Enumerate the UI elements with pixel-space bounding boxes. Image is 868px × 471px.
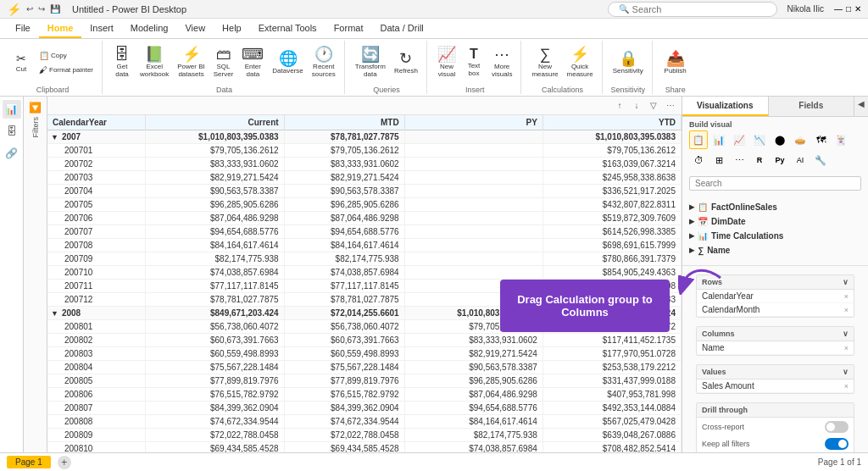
field-group-timecalc-header[interactable]: ▶ 📊 Time Calculations	[689, 230, 861, 242]
sort-desc-icon[interactable]: ↓	[629, 98, 644, 114]
columns-zone-section: Columns ∨ Name ×	[682, 321, 868, 356]
tab-home[interactable]: Home	[39, 19, 82, 38]
tab-insert[interactable]: Insert	[81, 19, 122, 38]
values-item-salesamount[interactable]: Sales Amount ×	[697, 380, 854, 393]
keep-filters-label: Keep all filters	[702, 440, 750, 448]
transform-data-button[interactable]: 🔄 Transformdata	[352, 45, 389, 80]
rows-item-calendaryear-remove[interactable]: ×	[844, 292, 849, 301]
rows-expand-icon[interactable]: ∨	[843, 278, 849, 286]
maximize-btn[interactable]: □	[846, 4, 851, 14]
new-visual-button[interactable]: 📈 Newvisual	[434, 45, 459, 80]
columns-expand-icon[interactable]: ∨	[843, 330, 849, 338]
enter-data-icon: ⌨	[242, 47, 264, 62]
tab-view[interactable]: View	[176, 19, 214, 38]
page-1-tab[interactable]: Page 1	[7, 456, 51, 468]
refresh-button[interactable]: ↻ Refresh	[391, 49, 421, 76]
viz-r-btn[interactable]: R	[750, 151, 769, 169]
tab-file[interactable]: File	[7, 19, 39, 38]
viz-map-btn[interactable]: 🗺	[811, 130, 830, 149]
cell-current: $72,022,788.0458	[146, 429, 284, 442]
minimize-btn[interactable]: —	[834, 4, 843, 14]
viz-gauge-btn[interactable]: ⏱	[689, 151, 708, 169]
chevron-icon: ▶	[689, 203, 694, 211]
tab-help[interactable]: Help	[214, 19, 250, 38]
ribbon-tabs: File Home Insert Modeling View Help Exte…	[0, 19, 868, 39]
viz-more-btn[interactable]: ⋯	[730, 151, 748, 169]
sort-asc-icon[interactable]: ↑	[612, 98, 627, 114]
cell-mtd: $69,434,585.4528	[284, 442, 404, 453]
cell-py	[404, 171, 542, 185]
more-options-icon[interactable]: ⋯	[663, 98, 678, 114]
table-row: 200706 $87,064,486.9298 $87,064,486.9298…	[47, 212, 682, 225]
panel-collapse-button[interactable]: ◀	[854, 97, 868, 110]
publish-button[interactable]: 📤 Publish	[661, 49, 690, 76]
tab-modeling[interactable]: Modeling	[122, 19, 177, 38]
sql-button[interactable]: 🗃 SQLServer	[210, 45, 237, 80]
close-btn[interactable]: ✕	[854, 4, 861, 14]
columns-item-name[interactable]: Name ×	[697, 341, 854, 355]
cut-button[interactable]: ✂ Cut	[8, 51, 34, 75]
cross-report-toggle[interactable]	[825, 421, 849, 433]
tab-data-drill[interactable]: Data / Drill	[371, 19, 431, 38]
cell-current: $74,672,334.9544	[146, 415, 284, 429]
powerbi-datasets-button[interactable]: ⚡ Power BIdatasets	[174, 45, 208, 80]
viz-card-btn[interactable]: 🃏	[832, 130, 850, 149]
cell-current: $60,559,498.8993	[146, 347, 284, 361]
more-visuals-button[interactable]: ⋯ Morevisuals	[488, 45, 515, 80]
top-search-input[interactable]	[632, 4, 766, 14]
sidebar-data-icon[interactable]: 🗄	[3, 122, 21, 141]
cell-mtd: $96,285,905.6286	[284, 198, 404, 212]
viz-ai-btn[interactable]: AI	[791, 151, 810, 169]
tab-visualizations[interactable]: Visualizations	[682, 97, 769, 116]
dataverse-button[interactable]: 🌐 Dataverse	[269, 49, 306, 76]
values-item-salesamount-remove[interactable]: ×	[844, 382, 849, 391]
field-group-dimdate-header[interactable]: ▶ 📅 DimDate	[689, 215, 861, 228]
text-box-button[interactable]: T Textbox	[461, 46, 487, 79]
table-row: 200808 $74,672,334.9544 $74,672,334.9544…	[47, 415, 682, 429]
viz-pie-btn[interactable]: 🥧	[791, 130, 810, 149]
cell-year: 200805	[47, 374, 146, 388]
recent-sources-button[interactable]: 🕐 Recentsources	[309, 45, 339, 80]
filters-pane: 🔽 Filters	[24, 97, 47, 452]
cell-current: $96,285,905.6286	[146, 198, 284, 212]
sensitivity-button[interactable]: 🔒 Sensitivity	[609, 49, 647, 76]
fields-section: ▶ 📋 FactOnlineSales ▶ 📅 DimDate	[682, 197, 868, 262]
col-header-mtd: MTD	[284, 115, 404, 130]
fields-search-input[interactable]	[689, 176, 861, 191]
field-group-name-header[interactable]: ▶ ∑ Name	[689, 244, 861, 257]
viz-py-btn[interactable]: Py	[771, 151, 789, 169]
chevron-icon-4: ▶	[689, 247, 694, 254]
viz-matrix-btn[interactable]: ⊞	[709, 151, 728, 169]
rows-item-calendarmonth-remove[interactable]: ×	[844, 306, 849, 314]
viz-area-btn[interactable]: 📉	[750, 130, 769, 149]
field-group-factonlinesales-header[interactable]: ▶ 📋 FactOnlineSales	[689, 201, 861, 213]
sidebar-model-icon[interactable]: 🔗	[3, 144, 21, 163]
enter-data-button[interactable]: ⌨ Enterdata	[238, 45, 267, 80]
undo-btn[interactable]: ↩	[26, 4, 33, 14]
rows-item-calendarmonth[interactable]: CalendarMonth ×	[697, 303, 854, 317]
viz-scatter-btn[interactable]: ⬤	[771, 130, 789, 149]
viz-table-btn[interactable]: 📋	[689, 130, 708, 149]
add-page-button[interactable]: +	[58, 456, 71, 469]
cell-current: $94,654,688.5776	[146, 225, 284, 239]
tab-fields[interactable]: Fields	[769, 97, 855, 116]
excel-button[interactable]: 📗 Excelworkbook	[136, 45, 172, 80]
copy-button[interactable]: 📋 Copy	[36, 49, 97, 62]
get-data-button[interactable]: 🗄 Getdata	[109, 45, 135, 80]
sidebar-report-icon[interactable]: 📊	[3, 100, 21, 119]
new-measure-button[interactable]: ∑ Newmeasure	[528, 45, 561, 80]
redo-btn[interactable]: ↪	[38, 4, 45, 14]
filter-icon[interactable]: ▽	[646, 98, 661, 114]
columns-item-name-remove[interactable]: ×	[844, 344, 849, 352]
format-painter-button[interactable]: 🖌 Format painter	[36, 64, 97, 76]
quick-measure-button[interactable]: ⚡ Quickmeasure	[564, 45, 597, 80]
tab-format[interactable]: Format	[326, 19, 372, 38]
save-btn[interactable]: 💾	[50, 4, 60, 14]
viz-line-btn[interactable]: 📈	[730, 130, 748, 149]
tab-external-tools[interactable]: External Tools	[250, 19, 326, 38]
keep-filters-toggle[interactable]	[825, 438, 849, 450]
values-label: Values	[702, 368, 726, 376]
values-expand-icon[interactable]: ∨	[843, 368, 849, 376]
viz-build-btn[interactable]: 🔧	[811, 151, 830, 169]
viz-bar-btn[interactable]: 📊	[709, 130, 728, 149]
